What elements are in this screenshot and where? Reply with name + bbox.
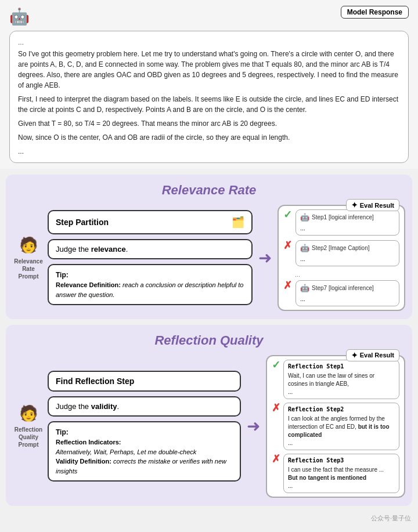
- reflection-eval-item-3: ✗ Reflection Step3 I can use the fact th…: [272, 454, 399, 493]
- judge-relevance-box: Judge the relevance.: [48, 239, 253, 259]
- model-response-badge: Model Response: [341, 6, 409, 19]
- step1-header: 🤖 Step1 [logical inference]: [300, 212, 395, 223]
- cross-mark-step2: ✗: [283, 240, 292, 251]
- eval-item-step7: ✗ 🤖 Step7 [logical inference] ...: [283, 280, 399, 306]
- ref3-body: I can use the fact that the measure ... …: [288, 466, 395, 482]
- ref3-dots: ...: [288, 482, 395, 490]
- relevance-label-text: RelevanceRatePrompt: [14, 258, 42, 280]
- find-reflection-box: Find Reflection Step: [48, 371, 241, 392]
- relevance-rate-title: Relevance Rate: [13, 183, 405, 198]
- ref1-title: Reflection Step1: [288, 363, 395, 371]
- response-bubble: ... So I've got this geometry problem he…: [9, 31, 409, 163]
- step1-tag: Step1 [logical inference]: [312, 213, 374, 222]
- step1-robot-icon: 🤖: [300, 212, 309, 223]
- gpt-icon-relevance: ✦: [351, 201, 358, 209]
- response-para-1: So I've got this geometry problem here. …: [18, 49, 400, 91]
- step7-header: 🤖 Step7 [logical inference]: [300, 283, 395, 294]
- step2-robot-icon: 🤖: [300, 243, 309, 254]
- watermark: 公众号·量子位: [0, 512, 418, 526]
- response-para-4: Now, since O is the center, OA and OB ar…: [18, 132, 400, 143]
- eval-item-step2: ✗ 🤖 Step2 [Image Caption] ...: [283, 240, 399, 266]
- reflection-prompt-label: 🧑 ReflectionQualityPrompt: [13, 404, 44, 448]
- ref1-dots: ...: [288, 388, 395, 396]
- cross-mark-ref3: ✗: [272, 454, 280, 464]
- step-card-2: 🤖 Step2 [Image Caption] ...: [296, 240, 399, 266]
- validity-def-bold: Validity Definition:: [56, 458, 111, 465]
- reflection-arrow: ➜: [247, 417, 260, 436]
- step7-dots: ...: [300, 295, 395, 303]
- reflection-quality-section: Reflection Quality 🧑 ReflectionQualityPr…: [6, 325, 412, 506]
- relevance-eval-badge: ✦ Eval Result: [346, 199, 399, 211]
- relevance-prompt-boxes: Step Partition 🗂️ Judge the relevance. T…: [48, 210, 253, 305]
- eval-item-step1: ✓ 🤖 Step1 [logical inference] ...: [283, 209, 399, 236]
- response-para-2: First, I need to interpret the diagram b…: [18, 94, 400, 115]
- step-partition-box: Step Partition 🗂️: [48, 210, 253, 234]
- relevance-left-column: 🧑 RelevanceRatePrompt Step Partition 🗂️ …: [13, 210, 253, 305]
- ref1-body: Wait, I can use the law of sines or cosi…: [288, 372, 395, 388]
- relevance-bold: relevance: [91, 245, 126, 254]
- top-section: Model Response 🤖 ... So I've got this ge…: [0, 0, 418, 169]
- response-para-3: Given that T = 80, so T/4 = 20 degrees. …: [18, 118, 400, 129]
- reflection-label-text: ReflectionQualityPrompt: [15, 426, 42, 448]
- reflection-eval-panel: ✦ Eval Result ✓ Reflection Step1 Wait, I…: [266, 355, 405, 498]
- step-card-1: 🤖 Step1 [logical inference] ...: [296, 209, 399, 236]
- reflection-indicators-text: Alternatively, Wait, Perhaps, Let me dou…: [56, 448, 196, 455]
- ref2-dots: ...: [288, 439, 395, 447]
- step2-dots: ...: [300, 255, 395, 263]
- relevance-prompt-label: 🧑 RelevanceRatePrompt: [13, 236, 44, 280]
- reflection-eval-badge-text: Eval Result: [360, 352, 394, 359]
- relevance-rate-inner: 🧑 RelevanceRatePrompt Step Partition 🗂️ …: [13, 205, 405, 311]
- reflection-quality-title: Reflection Quality: [13, 333, 405, 348]
- ref2-bold: but it is too complicated: [288, 424, 390, 438]
- step7-robot-icon: 🤖: [300, 283, 309, 294]
- reflection-eval-item-2: ✗ Reflection Step2 I can look at the ang…: [272, 403, 399, 450]
- check-mark-step1: ✓: [283, 209, 292, 220]
- cross-mark-ref2: ✗: [272, 403, 280, 413]
- reflection-step-card-3: Reflection Step3 I can use the fact that…: [283, 454, 399, 493]
- step-partition-icon: 🗂️: [232, 216, 244, 229]
- reflection-tip-label: Tip:: [56, 428, 69, 436]
- validity-bold: validity: [91, 402, 117, 411]
- relevance-arrow: ➜: [258, 248, 272, 267]
- judge-validity-box: Judge the validity.: [48, 396, 241, 417]
- relevance-eval-panel: ✦ Eval Result ✓ 🤖 Step1 [logical inferen…: [278, 205, 405, 311]
- cross-mark-step7: ✗: [283, 280, 292, 291]
- person-icon-reflection: 🧑: [19, 404, 38, 424]
- ref3-title: Reflection Step3: [288, 457, 395, 465]
- reflection-quality-inner: 🧑 ReflectionQualityPrompt Find Reflectio…: [13, 355, 405, 498]
- person-icon-relevance: 🧑: [19, 236, 38, 255]
- relevance-rate-section: Relevance Rate 🧑 RelevanceRatePrompt Ste…: [6, 175, 412, 319]
- step-partition-label: Step Partition: [56, 218, 109, 227]
- reflection-prompt-boxes: Find Reflection Step Judge the validity.…: [48, 371, 241, 482]
- relevance-tip-box: Tip: Relevance Definition: reach a concl…: [48, 264, 253, 305]
- check-mark-ref1: ✓: [272, 360, 280, 370]
- reflection-eval-item-1: ✓ Reflection Step1 Wait, I can use the l…: [272, 360, 399, 399]
- find-reflection-label: Find Reflection Step: [56, 377, 134, 386]
- reflection-eval-badge: ✦ Eval Result: [346, 349, 399, 361]
- relevance-middle-dots: ...: [283, 271, 399, 278]
- reflection-indicators-bold: Reflection Indicators:: [56, 439, 121, 446]
- ref2-body: I can look at the angles formed by the i…: [288, 415, 395, 439]
- top-dots: ...: [18, 37, 400, 48]
- step2-header: 🤖 Step2 [Image Caption]: [300, 243, 395, 254]
- reflection-step-card-2: Reflection Step2 I can look at the angle…: [283, 403, 399, 450]
- relevance-tip-label: Tip:: [56, 271, 69, 279]
- step7-tag: Step7 [logical inference]: [312, 284, 374, 292]
- reflection-step-card-1: Reflection Step1 Wait, I can use the law…: [283, 360, 399, 399]
- reflection-tip-box: Tip: Reflection Indicators: Alternativel…: [48, 421, 241, 482]
- ref3-bold: But no tangent is mentioned: [288, 475, 366, 481]
- robot-icon: 🤖: [9, 7, 30, 26]
- response-para-5: ...: [18, 146, 400, 157]
- gpt-icon-reflection: ✦: [351, 351, 358, 360]
- reflection-left-column: 🧑 ReflectionQualityPrompt Find Reflectio…: [13, 371, 241, 482]
- relevance-def-bold: Relevance Definition:: [56, 281, 121, 288]
- step2-tag: Step2 [Image Caption]: [312, 244, 370, 252]
- relevance-eval-badge-text: Eval Result: [360, 202, 394, 209]
- step-card-7: 🤖 Step7 [logical inference] ...: [296, 280, 399, 306]
- ref2-title: Reflection Step2: [288, 406, 395, 414]
- step1-dots: ...: [300, 224, 395, 233]
